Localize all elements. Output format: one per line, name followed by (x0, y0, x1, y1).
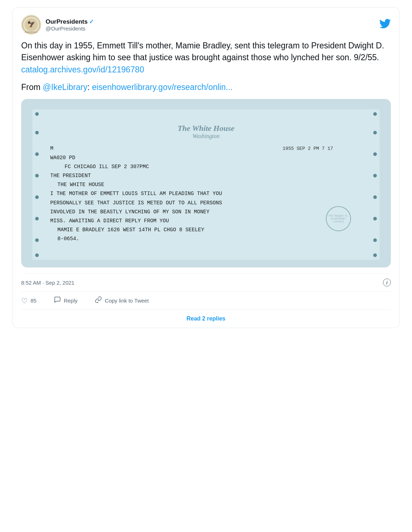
doc-line-8: MISS. AWAITING A DIRECT REPLY FROM YOU (50, 217, 369, 225)
doc-subtitle: Washington (43, 133, 369, 139)
doc-line-5: I THE MOTHER OF EMMETT LOUIS STILL AM PL… (50, 190, 369, 198)
doc-line-4: THE WHITE HOUSE (50, 181, 369, 189)
account-name-line: OurPresidents ✓ (46, 18, 94, 25)
tweet-body: On this day in 1955, Emmett Till's mothe… (21, 40, 391, 76)
doc-line-1: WA020 PD (50, 154, 369, 162)
doc-line-7: INVOLVED IN THE BEASTLY LYNCHING OF MY S… (50, 208, 369, 216)
doc-stamp: The Dwight D. Eisenhower Library (326, 206, 351, 231)
like-count: 85 (31, 298, 37, 304)
twitter-logo-icon (379, 18, 391, 32)
copy-link-button[interactable]: Copy link to Tweet (95, 296, 149, 305)
ike-library-link[interactable]: @IkeLibrary (43, 82, 87, 92)
doc-title: The White House (43, 124, 369, 133)
side-dot-r6 (373, 238, 377, 242)
corner-dot-bl (35, 253, 39, 257)
corner-dot-tr (373, 112, 377, 116)
tweet-header: 🦅 PRESIDENTIAL OurPresidents ✓ @OurPresi… (21, 15, 391, 35)
timestamp-text: 8:52 AM · Sep 2, 2021 (21, 280, 74, 286)
side-dot-r4 (373, 195, 377, 199)
tweet-card: 🦅 PRESIDENTIAL OurPresidents ✓ @OurPresi… (12, 7, 400, 328)
svg-text:PRESIDENTIAL: PRESIDENTIAL (25, 31, 37, 33)
account-handle[interactable]: @OurPresidents (46, 25, 94, 32)
copy-link-label: Copy link to Tweet (105, 298, 149, 304)
comment-icon (54, 296, 61, 305)
display-name[interactable]: OurPresidents (46, 18, 88, 25)
doc-line-6: PERSONALLY SEE THAT JUSTICE IS METED OUT… (50, 199, 369, 207)
doc-date-stamp: 1955 SEP 2 PM 7 17 (283, 145, 333, 153)
document-inner: The White House Washington M 1955 SEP 2 … (32, 109, 380, 260)
doc-date-line: M 1955 SEP 2 PM 7 17 (50, 144, 369, 153)
tweet-header-left: 🦅 PRESIDENTIAL OurPresidents ✓ @OurPresi… (21, 15, 94, 35)
side-dot-r2 (373, 152, 377, 156)
doc-line-10: 8-0654. (50, 235, 369, 243)
tweet-actions: ♡ 85 Reply Copy link to Tweet (21, 292, 391, 310)
tweet-main-text: On this day in 1955, Emmett Till's mothe… (21, 41, 384, 62)
side-dot-l5 (35, 217, 39, 220)
info-icon[interactable]: i (383, 279, 391, 286)
reply-button[interactable]: Reply (54, 296, 78, 305)
corner-dot-br (373, 253, 377, 257)
verified-badge: ✓ (89, 18, 94, 25)
avatar[interactable]: 🦅 PRESIDENTIAL (21, 15, 41, 35)
tweet-timestamp: 8:52 AM · Sep 2, 2021 i (21, 273, 391, 292)
reply-label: Reply (64, 298, 78, 304)
side-dot-r3 (373, 174, 377, 177)
from-prefix: From (21, 82, 43, 92)
archive-link[interactable]: catalog.archives.gov/id/12196780 (21, 65, 144, 74)
doc-m-label: M (50, 144, 53, 153)
doc-line-9: MAMIE E BRADLEY 1626 WEST 14TH PL CHGO 8… (50, 226, 369, 234)
doc-line-2: FC CHICAGO ILL SEP 2 307PMC (50, 163, 369, 171)
from-colon: : (87, 82, 92, 92)
doc-header: The White House Washington (43, 124, 369, 139)
svg-text:🦅: 🦅 (27, 20, 36, 28)
link-icon (95, 296, 102, 305)
side-dot-l4 (35, 195, 39, 199)
side-dot-l6 (35, 238, 39, 242)
corner-dot-tl (35, 112, 39, 116)
heart-icon: ♡ (21, 296, 28, 305)
telegram-document: The White House Washington M 1955 SEP 2 … (21, 99, 391, 267)
doc-line-3: THE PRESIDENT (50, 172, 369, 180)
doc-content: M 1955 SEP 2 PM 7 17 WA020 PD FC CHICAGO… (43, 144, 369, 243)
side-dot-l2 (35, 152, 39, 156)
account-info: OurPresidents ✓ @OurPresidents (46, 18, 94, 32)
ike-library-url-link[interactable]: eisenhowerlibrary.gov/research/onlin... (92, 82, 233, 92)
tweet-from-line: From @IkeLibrary: eisenhowerlibrary.gov/… (21, 81, 391, 93)
side-dot-r5 (373, 217, 377, 220)
side-dot-r1 (373, 131, 377, 134)
read-replies-button[interactable]: Read 2 replies (21, 310, 391, 328)
side-dot-l1 (35, 131, 39, 134)
like-button[interactable]: ♡ 85 (21, 296, 37, 305)
side-dot-l3 (35, 174, 39, 177)
